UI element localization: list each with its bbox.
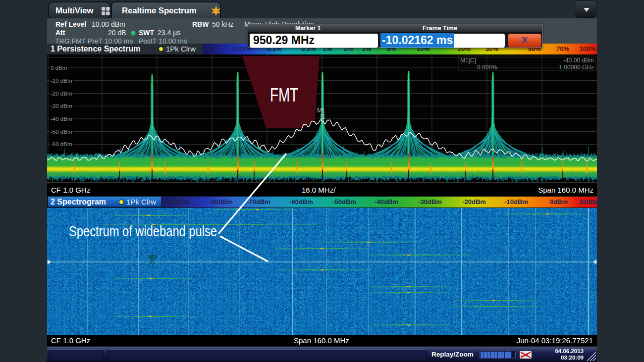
svg-text:M1: M1: [317, 107, 325, 114]
svg-text:-10 dBm: -10 dBm: [51, 78, 72, 84]
svg-text:-30 dBm: -30 dBm: [51, 103, 72, 109]
svg-text:-40 dBm: -40 dBm: [51, 116, 72, 122]
svg-text:-20 dBm: -20 dBm: [51, 91, 72, 97]
svg-text:-60 dBm: -60 dBm: [51, 141, 72, 147]
svg-text:M1[C]: M1[C]: [460, 57, 476, 64]
svg-text:-50 dBm: -50 dBm: [51, 129, 72, 135]
svg-text:0.000%: 0.000%: [477, 64, 497, 71]
svg-text:M1: M1: [149, 254, 157, 260]
svg-text:1.00000 GHz: 1.00000 GHz: [559, 64, 594, 71]
svg-text:-40.00 dBm: -40.00 dBm: [563, 57, 594, 64]
svg-text:0 dBm: 0 dBm: [51, 65, 67, 71]
svg-text:FMT: FMT: [270, 85, 298, 105]
